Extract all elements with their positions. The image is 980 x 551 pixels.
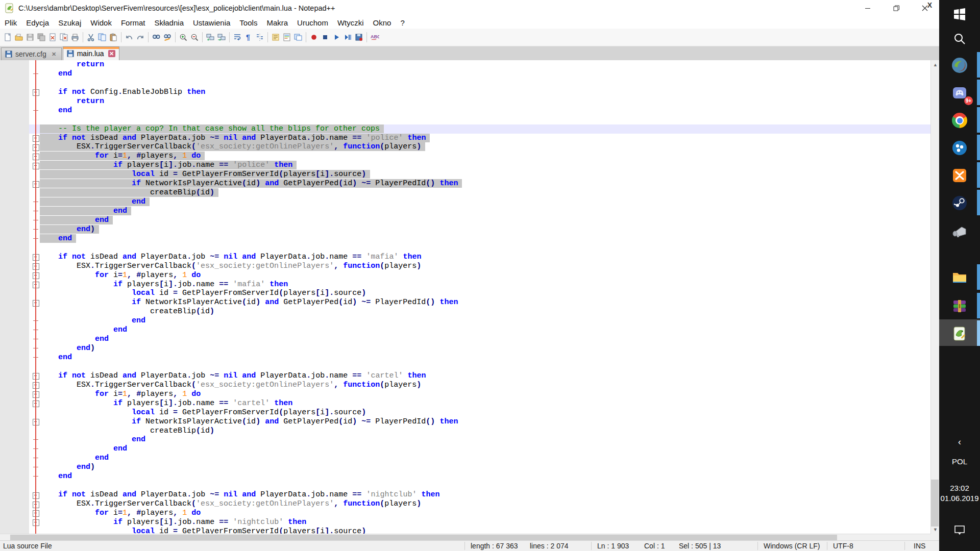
taskbar-icon-blue-sphere-app[interactable] xyxy=(939,138,980,158)
close-button[interactable] xyxy=(911,0,939,16)
taskbar-icon-winrar[interactable] xyxy=(939,296,980,316)
vertical-scrollbar[interactable]: ▲ ▼ xyxy=(930,60,940,534)
menu-close-x[interactable]: X xyxy=(927,1,932,9)
menu-item-skadnia[interactable]: Składnia xyxy=(150,17,188,28)
cut-button[interactable] xyxy=(85,31,96,43)
code-line[interactable]: 1915 end xyxy=(0,234,930,243)
action-center-button[interactable] xyxy=(939,519,980,540)
code-line[interactable]: 1947 local id = GetPlayerFromServerId(pl… xyxy=(0,527,930,534)
code-line[interactable]: 1902 xyxy=(0,115,930,124)
clock-time[interactable]: 23:02 xyxy=(939,484,980,492)
tab-main.lua[interactable]: main.lua✕ xyxy=(63,46,119,60)
taskbar-icon-search[interactable] xyxy=(939,29,980,49)
code-line[interactable]: 1910 createBlip(id) xyxy=(0,188,930,197)
undo-button[interactable] xyxy=(124,31,135,43)
menu-item-okno[interactable]: Okno xyxy=(369,17,396,28)
code-line[interactable]: 1909 if NetworkIsPlayerActive(id) and Ge… xyxy=(0,179,930,188)
code-line[interactable]: 1944 ESX.TriggerServerCallback('esx_soci… xyxy=(0,499,930,509)
open-file-button[interactable] xyxy=(13,31,24,43)
taskbar-icon-discord[interactable]: 9+ xyxy=(939,83,980,103)
code-line[interactable]: 1917 if not isDead and PlayerData.job ~=… xyxy=(0,253,930,262)
taskbar-icon-steam[interactable] xyxy=(939,193,980,213)
save-button[interactable] xyxy=(24,31,36,43)
minimize-button[interactable] xyxy=(853,0,882,16)
menu-item-ustawienia[interactable]: Ustawienia xyxy=(188,17,235,28)
document-switcher-button[interactable] xyxy=(292,31,304,43)
taskbar-icon-notepad-plus-plus[interactable] xyxy=(939,323,980,344)
macro-run-multiple-button[interactable] xyxy=(342,31,353,43)
code-line[interactable]: 1916 xyxy=(0,243,930,253)
menu-item-widok[interactable]: Widok xyxy=(86,17,116,28)
code-line[interactable]: 1898 xyxy=(0,79,930,88)
code-line[interactable]: 1926 end xyxy=(0,335,930,344)
code-line[interactable]: 1930 if not isDead and PlayerData.job ~=… xyxy=(0,371,930,381)
menu-item-szukaj[interactable]: Szukaj xyxy=(54,17,86,28)
document-map-button[interactable] xyxy=(281,31,292,43)
code-line[interactable]: 1932 for i=1, #players, 1 do xyxy=(0,390,930,399)
code-line[interactable]: 1940 end) xyxy=(0,463,930,472)
code-editor[interactable]: 1896 return1897 end18981899 if not Confi… xyxy=(0,60,930,534)
code-line[interactable]: 1924 end xyxy=(0,316,930,325)
code-line[interactable]: 1938 end xyxy=(0,444,930,454)
taskbar-icon-file-explorer[interactable] xyxy=(939,267,980,288)
code-line[interactable]: 1943 if not isDead and PlayerData.job ~=… xyxy=(0,490,930,499)
code-line[interactable]: 1941 end xyxy=(0,472,930,481)
taskbar-icon-raidcall[interactable] xyxy=(939,55,980,76)
code-line[interactable]: 1912 end xyxy=(0,207,930,216)
spell-check-button[interactable]: ABC xyxy=(369,31,380,43)
code-line[interactable]: 1945 for i=1, #players, 1 do xyxy=(0,509,930,518)
indent-guide-button[interactable] xyxy=(254,31,265,43)
code-line[interactable]: 1923 createBlip(id) xyxy=(0,307,930,316)
taskbar-icon-start[interactable] xyxy=(939,4,980,24)
zoom-in-button[interactable] xyxy=(178,31,189,43)
code-line[interactable]: 1919 for i=1, #players, 1 do xyxy=(0,271,930,280)
code-line[interactable]: 1913 end xyxy=(0,216,930,225)
paste-button[interactable] xyxy=(108,31,119,43)
sync-scroll-vertical-button[interactable] xyxy=(205,31,216,43)
code-line[interactable]: 1942 xyxy=(0,481,930,490)
code-line[interactable]: 1897 end xyxy=(0,69,930,79)
code-line[interactable]: 1904 if not isDead and PlayerData.job ~=… xyxy=(0,134,930,143)
code-line[interactable]: 1911 end xyxy=(0,197,930,207)
menu-item-edycja[interactable]: Edycja xyxy=(21,17,54,28)
taskbar-icon-xampp[interactable] xyxy=(939,165,980,186)
code-line[interactable]: 1937 end xyxy=(0,435,930,444)
macro-record-button[interactable] xyxy=(308,31,320,43)
code-line[interactable]: 1939 end xyxy=(0,454,930,463)
code-line[interactable]: 1896 return xyxy=(0,60,930,69)
find-button[interactable] xyxy=(151,31,162,43)
word-wrap-button[interactable] xyxy=(232,31,243,43)
menu-item-format[interactable]: Format xyxy=(116,17,150,28)
code-line[interactable]: 1914 end) xyxy=(0,225,930,234)
redo-button[interactable] xyxy=(135,31,146,43)
code-line[interactable]: 1929 xyxy=(0,362,930,371)
menu-item-tools[interactable]: Tools xyxy=(235,17,262,28)
menu-item-uruchom[interactable]: Uruchom xyxy=(292,17,333,28)
vertical-scrollbar-thumb[interactable] xyxy=(931,480,939,527)
macro-save-button[interactable] xyxy=(353,31,364,43)
macro-play-button[interactable] xyxy=(331,31,342,43)
menu-item-makra[interactable]: Makra xyxy=(262,17,292,28)
code-line[interactable]: 1928 end xyxy=(0,353,930,362)
code-line[interactable]: 1933 if players[i].job.name == 'cartel' … xyxy=(0,399,930,408)
code-line[interactable]: 1922 if NetworkIsPlayerActive(id) and Ge… xyxy=(0,298,930,307)
clock-date[interactable]: 01.06.2019 xyxy=(939,494,980,503)
status-insert-mode[interactable]: INS xyxy=(914,542,925,550)
function-list-button[interactable] xyxy=(270,31,281,43)
scroll-up-arrow[interactable]: ▲ xyxy=(931,60,940,69)
code-line[interactable]: 1934 local id = GetPlayerFromServerId(pl… xyxy=(0,408,930,417)
code-line[interactable]: 1931 ESX.TriggerServerCallback('esx_soci… xyxy=(0,381,930,390)
horizontal-scrollbar-thumb[interactable] xyxy=(10,535,837,540)
code-line[interactable]: 1935 if NetworkIsPlayerActive(id) and Ge… xyxy=(0,417,930,427)
horizontal-scrollbar[interactable] xyxy=(0,534,930,541)
code-line[interactable]: 1907 if players[i].job.name == 'police' … xyxy=(0,161,930,170)
tab-close-icon[interactable]: ✕ xyxy=(108,50,115,57)
code-line[interactable]: 1901 end xyxy=(0,106,930,115)
sync-scroll-horizontal-button[interactable] xyxy=(216,31,227,43)
line-number-margin[interactable] xyxy=(0,60,29,534)
code-line[interactable]: 1925 end xyxy=(0,325,930,335)
close-all-button[interactable] xyxy=(58,31,69,43)
code-line[interactable]: 1905 ESX.TriggerServerCallback('esx_soci… xyxy=(0,142,930,152)
code-line[interactable]: 1903 -- Is the player a cop? In that cas… xyxy=(0,124,930,134)
macro-stop-button[interactable] xyxy=(320,31,331,43)
